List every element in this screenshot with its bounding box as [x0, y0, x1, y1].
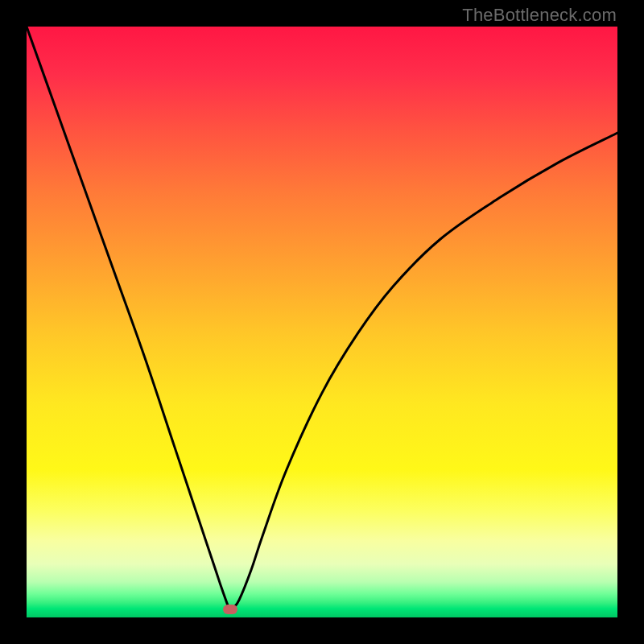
- attribution-label: TheBottleneck.com: [462, 5, 617, 26]
- optimal-point-marker: [223, 605, 237, 614]
- chart-plot-area: [27, 27, 617, 617]
